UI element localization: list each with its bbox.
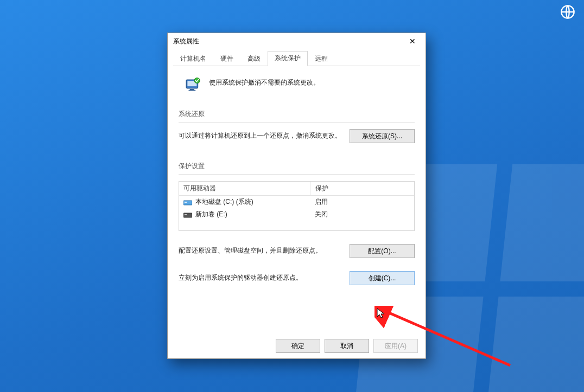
titlebar: 系统属性 ✕ (168, 33, 426, 49)
tab-remote[interactable]: 远程 (308, 52, 335, 66)
section-title-protection: 保护设置 (179, 162, 415, 171)
svg-rect-7 (185, 202, 187, 203)
drive-status: 关闭 (310, 208, 414, 221)
drive-status: 启用 (310, 196, 414, 208)
drive-icon (183, 199, 192, 205)
row-restore: 可以通过将计算机还原到上一个还原点，撤消系统更改。 系统还原(S)... (179, 129, 415, 143)
create-desc: 立刻为启用系统保护的驱动器创建还原点。 (179, 271, 344, 283)
tray-network-icon[interactable] (551, 0, 584, 24)
tab-system-protection[interactable]: 系统保护 (268, 51, 308, 66)
drive-row[interactable]: 本地磁盘 (C:) (系统) 启用 (179, 196, 414, 208)
svg-rect-4 (189, 90, 196, 91)
ok-button[interactable]: 确定 (276, 339, 320, 353)
system-restore-button[interactable]: 系统还原(S)... (350, 129, 415, 143)
drive-name: 本地磁盘 (C:) (系统) (195, 197, 253, 207)
tab-computer-name[interactable]: 计算机名 (173, 52, 213, 66)
drive-icon (183, 211, 192, 218)
dialog-title: 系统属性 (173, 37, 199, 46)
restore-desc: 可以通过将计算机还原到上一个还原点，撤消系统更改。 (179, 129, 344, 141)
row-create: 立刻为启用系统保护的驱动器创建还原点。 创建(C)... (179, 271, 415, 285)
drives-header: 可用驱动器 保护 (179, 182, 414, 196)
configure-button[interactable]: 配置(O)... (350, 244, 415, 258)
intro-row: 使用系统保护撤消不需要的系统更改。 (184, 76, 415, 94)
create-button[interactable]: 创建(C)... (350, 271, 415, 285)
row-configure: 配置还原设置、管理磁盘空间，并且删除还原点。 配置(O)... (179, 244, 415, 258)
shield-monitor-icon (184, 76, 202, 94)
col-status: 保护 (311, 182, 414, 195)
col-drive: 可用驱动器 (179, 182, 311, 195)
tab-body: 使用系统保护撤消不需要的系统更改。 系统还原 可以通过将计算机还原到上一个还原点… (168, 66, 426, 333)
divider (179, 122, 415, 123)
dialog-footer: 确定 取消 应用(A) (276, 339, 418, 353)
drive-name: 新加卷 (E:) (195, 210, 227, 219)
configure-desc: 配置还原设置、管理磁盘空间，并且删除还原点。 (179, 244, 344, 256)
section-title-restore: 系统还原 (179, 110, 415, 119)
intro-text: 使用系统保护撤消不需要的系统更改。 (209, 76, 320, 87)
svg-rect-3 (190, 89, 195, 90)
desktop: 系统属性 ✕ 计算机名 硬件 高级 系统保护 远程 使用系统保护撤消不需要的系统… (0, 0, 584, 392)
drives-list[interactable]: 可用驱动器 保护 本地磁盘 (C:) (系统) 启用 (179, 181, 415, 231)
cancel-button[interactable]: 取消 (325, 339, 369, 353)
divider (179, 174, 415, 175)
tab-strip: 计算机名 硬件 高级 系统保护 远程 (173, 52, 420, 66)
system-properties-dialog: 系统属性 ✕ 计算机名 硬件 高级 系统保护 远程 使用系统保护撤消不需要的系统… (167, 33, 426, 359)
tab-advanced[interactable]: 高级 (240, 52, 268, 66)
cursor-icon (376, 308, 386, 319)
close-button[interactable]: ✕ (401, 34, 424, 49)
apply-button[interactable]: 应用(A) (373, 339, 418, 353)
drive-row[interactable]: 新加卷 (E:) 关闭 (179, 208, 414, 221)
tab-hardware[interactable]: 硬件 (213, 52, 240, 66)
svg-rect-9 (185, 214, 187, 215)
